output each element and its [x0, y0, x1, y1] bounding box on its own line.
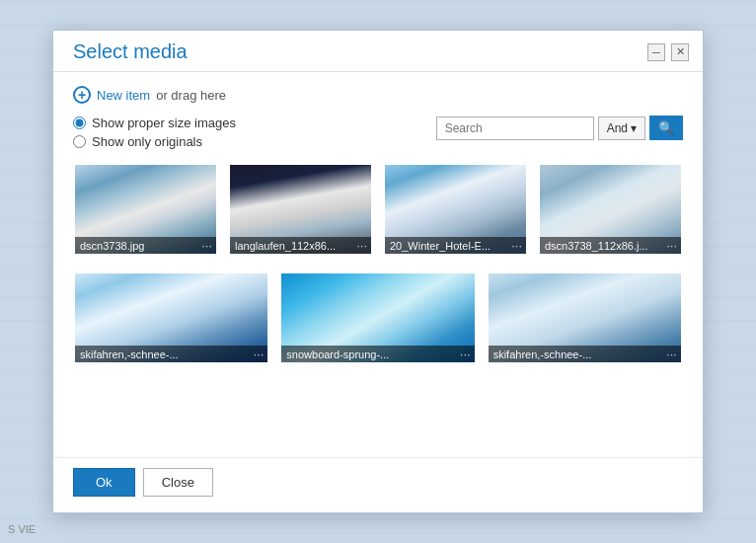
media-thumb-langlaufen[interactable]: langlaufen_112x86...··· — [228, 163, 373, 256]
thumb-dots-skifahren1[interactable]: ··· — [253, 348, 264, 360]
thumb-dots-skifahren2[interactable]: ··· — [666, 348, 677, 360]
thumb-dots-langlaufen[interactable]: ··· — [356, 239, 367, 252]
media-thumb-dscn3738-2[interactable]: dscn3738_112x86.j...··· — [538, 163, 683, 256]
close-button[interactable]: Close — [143, 468, 213, 497]
new-item-link[interactable]: New item — [97, 88, 150, 103]
thumb-label-langlaufen: langlaufen_112x86... — [230, 237, 371, 254]
title-controls: ─ ✕ — [647, 43, 689, 61]
chevron-down-icon: ▾ — [631, 121, 637, 135]
dialog-title-bar: Select media ─ ✕ — [53, 31, 703, 72]
thumb-dots-snowboard[interactable]: ··· — [460, 348, 471, 360]
radio-originals[interactable]: Show only originals — [73, 134, 236, 149]
minimize-icon: ─ — [652, 46, 660, 58]
close-window-button[interactable]: ✕ — [671, 43, 689, 61]
search-filter-button[interactable]: And ▾ — [598, 116, 645, 140]
search-filter-label: And — [607, 121, 628, 135]
ok-button[interactable]: Ok — [73, 468, 135, 497]
toolbar-row: Show proper size images Show only origin… — [73, 116, 683, 149]
thumb-label-dscn3738-2: dscn3738_112x86.j... — [540, 237, 681, 254]
search-bar: And ▾ 🔍 — [436, 116, 683, 140]
radio-proper-size[interactable]: Show proper size images — [73, 116, 236, 130]
media-grid-row1: dscn3738.jpg···langlaufen_112x86...···20… — [73, 163, 683, 256]
bottom-label: S VIE — [8, 523, 36, 535]
search-input[interactable] — [436, 116, 594, 140]
select-media-dialog: Select media ─ ✕ + New item or drag here — [52, 30, 704, 513]
new-item-bar: + New item or drag here — [73, 86, 683, 104]
thumb-label-dscn3738: dscn3738.jpg — [75, 237, 216, 254]
dialog-body: + New item or drag here Show proper size… — [53, 72, 703, 457]
radio-proper-size-label: Show proper size images — [92, 116, 236, 130]
thumb-label-winter-hotel: 20_Winter_Hotel-E... — [385, 237, 526, 254]
search-go-button[interactable]: 🔍 — [649, 116, 683, 140]
thumb-label-snowboard: snowboard-sprung-... — [281, 346, 474, 362]
radio-originals-label: Show only originals — [92, 134, 202, 149]
dialog-title: Select media — [73, 40, 188, 63]
drag-text: or drag here — [156, 88, 226, 103]
minimize-button[interactable]: ─ — [647, 43, 665, 61]
media-thumb-dscn3738[interactable]: dscn3738.jpg··· — [73, 163, 218, 256]
new-item-circle-icon: + — [73, 86, 91, 104]
close-icon: ✕ — [676, 45, 685, 58]
media-thumb-skifahren2[interactable]: skifahren,-schnee-...··· — [487, 272, 683, 364]
search-icon: 🔍 — [658, 120, 674, 135]
thumb-label-skifahren1: skifahren,-schnee-... — [75, 346, 267, 362]
media-thumb-winter-hotel[interactable]: 20_Winter_Hotel-E...··· — [383, 163, 528, 256]
media-grid-row2: skifahren,-schnee-...···snowboard-sprung… — [73, 272, 683, 364]
media-thumb-skifahren1[interactable]: skifahren,-schnee-...··· — [73, 272, 269, 364]
thumb-dots-dscn3738[interactable]: ··· — [201, 239, 212, 252]
thumb-dots-dscn3738-2[interactable]: ··· — [666, 239, 677, 252]
radio-group: Show proper size images Show only origin… — [73, 116, 236, 149]
thumb-dots-winter-hotel[interactable]: ··· — [511, 239, 522, 252]
radio-originals-input[interactable] — [73, 135, 86, 148]
dialog-footer: Ok Close — [53, 457, 703, 512]
radio-proper-size-input[interactable] — [73, 116, 86, 129]
media-thumb-snowboard[interactable]: snowboard-sprung-...··· — [279, 272, 476, 364]
thumb-label-skifahren2: skifahren,-schnee-... — [489, 346, 681, 362]
